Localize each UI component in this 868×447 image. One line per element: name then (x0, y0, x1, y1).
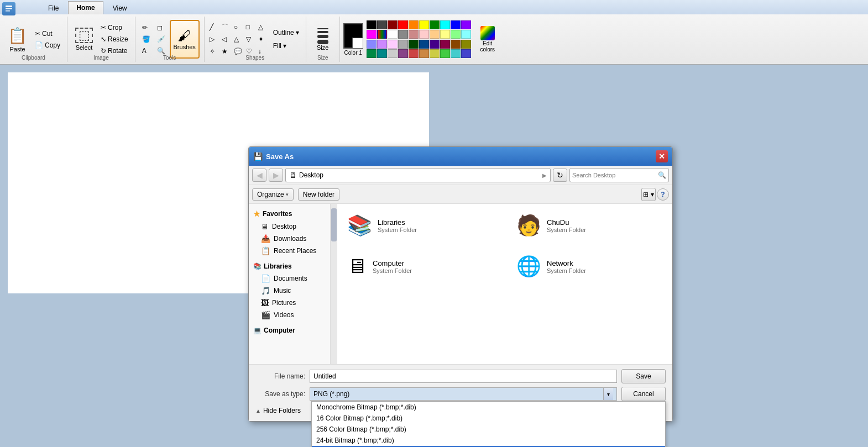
search-input[interactable] (572, 172, 658, 178)
edit-colors-button[interactable]: Edit colors (474, 25, 501, 54)
swatch-teal[interactable] (367, 49, 377, 58)
location-bar[interactable]: 🖥 Desktop ▶ (285, 168, 551, 182)
swatch-lightgreen[interactable] (451, 30, 461, 39)
folder-chudu[interactable]: 🧑 ChuDu System Folder (513, 211, 666, 240)
swatch-lightpurple[interactable] (388, 40, 398, 49)
swatch-navy[interactable] (419, 40, 429, 49)
refresh-button[interactable]: ↻ (553, 169, 567, 182)
picker-button[interactable]: 💉 (155, 34, 168, 45)
shape-curve[interactable]: ⌒ (221, 22, 232, 33)
swatch-lavender[interactable] (377, 40, 387, 49)
swatch-silver[interactable] (398, 40, 408, 49)
sidebar-item-desktop[interactable]: 🖥 Desktop (249, 220, 330, 233)
sidebar-item-music[interactable]: 🎵 Music (249, 285, 330, 297)
swatch-darkred[interactable] (388, 20, 398, 29)
save-button[interactable]: Save (621, 369, 666, 383)
fill-button[interactable]: Fill ▾ (271, 40, 301, 51)
swatch-lightgray[interactable] (388, 49, 398, 58)
libraries-header[interactable]: 📚 Libraries (249, 260, 330, 272)
paste-button[interactable]: 📋 Paste (4, 20, 30, 59)
crop-button[interactable]: ✂ Crop (98, 22, 130, 33)
swatch-lightcyan[interactable] (461, 30, 471, 39)
swatch-purple[interactable] (461, 20, 471, 29)
shape-tri[interactable]: △ (258, 22, 269, 33)
swatch-olive[interactable] (461, 40, 471, 49)
folder-libraries[interactable]: 📚 Libraries System Folder (344, 211, 496, 240)
shape-arrow-l[interactable]: ◁ (221, 34, 232, 45)
select-button[interactable]: ⬚ Select (72, 20, 96, 59)
type-16color[interactable]: 16 Color Bitmap (*.bmp;*.dib) (312, 413, 665, 424)
swatch-blue[interactable] (451, 20, 461, 29)
favorites-header[interactable]: ★ Favorites (249, 207, 330, 220)
type-24bit[interactable]: 24-bit Bitmap (*.bmp;*.dib) (312, 435, 665, 446)
swatch-lightpink[interactable] (419, 30, 429, 39)
swatch-yellow[interactable] (419, 20, 429, 29)
fill-tool-button[interactable]: 🪣 (140, 34, 153, 45)
sidebar-item-documents[interactable]: 📄 Documents (249, 272, 330, 285)
sidebar-item-pictures[interactable]: 🖼 Pictures (249, 297, 330, 309)
computer-header[interactable]: 💻 Computer (249, 324, 330, 336)
sidebar-item-videos[interactable]: 🎬 Videos (249, 309, 330, 321)
cancel-button[interactable]: Cancel (621, 387, 666, 401)
tab-home[interactable]: Home (68, 1, 103, 14)
tab-file[interactable]: File (40, 2, 67, 14)
sidebar-scrollbar[interactable] (331, 204, 337, 364)
paint-menu-button[interactable] (2, 2, 15, 15)
swatch-darkgreen[interactable] (409, 40, 419, 49)
shape-arrow-r[interactable]: ▷ (209, 34, 220, 45)
swatch-lime[interactable] (440, 49, 450, 58)
shape-oval[interactable]: ○ (233, 22, 244, 33)
folder-network[interactable]: 🌐 Network System Folder (513, 251, 666, 281)
swatch-magenta[interactable] (367, 30, 377, 39)
shape-arrow-d[interactable]: ▽ (245, 34, 257, 45)
brushes-button[interactable]: 🖌 Brushes (170, 20, 200, 59)
swatch-black[interactable] (367, 20, 377, 29)
type-256color[interactable]: 256 Color Bitmap (*.bmp;*.dib) (312, 424, 665, 435)
swatch-darkpurple[interactable] (398, 49, 408, 58)
swatch-brown[interactable] (451, 40, 461, 49)
shape-rect[interactable]: □ (245, 22, 257, 33)
swatch-periwinkle[interactable] (367, 40, 377, 49)
pencil-button[interactable]: ✏ (140, 22, 153, 33)
new-folder-button[interactable]: New folder (298, 188, 339, 201)
organize-button[interactable]: Organize ▾ (252, 188, 294, 201)
swatch-maroon[interactable] (440, 40, 450, 49)
swatch-indigo[interactable] (430, 40, 440, 49)
savetype-dropdown-list[interactable]: Monochrome Bitmap (*.bmp;*.dib) 16 Color… (311, 401, 666, 447)
swatch-lightyellow[interactable] (440, 30, 450, 39)
swatch-turquoise[interactable] (451, 49, 461, 58)
forward-button[interactable]: ▶ (269, 169, 283, 182)
shape-4arrow[interactable]: ✦ (258, 34, 269, 45)
swatch-white[interactable] (388, 30, 398, 39)
cut-button[interactable]: ✂ Cut (33, 28, 62, 39)
swatch-cyan[interactable] (440, 20, 450, 29)
swatch-medblue[interactable] (461, 49, 471, 58)
swatch-crimson[interactable] (409, 49, 419, 58)
swatch-peach[interactable] (430, 30, 440, 39)
sidebar-item-recent[interactable]: 📋 Recent Places (249, 245, 330, 257)
savetype-dropdown[interactable]: PNG (*.png) ▾ (310, 387, 617, 401)
type-monochrome[interactable]: Monochrome Bitmap (*.bmp;*.dib) (312, 402, 665, 413)
swatch-pink[interactable] (409, 30, 419, 39)
sidebar-item-downloads[interactable]: 📥 Downloads (249, 233, 330, 245)
swatch-darkgray[interactable] (377, 20, 387, 29)
resize-button[interactable]: ⤡ Resize (98, 34, 130, 45)
swatch-darkcyan[interactable] (377, 49, 387, 58)
dialog-close-button[interactable]: ✕ (656, 150, 668, 162)
shape-line[interactable]: ╱ (209, 22, 220, 33)
outline-button[interactable]: Outline ▾ (271, 27, 301, 38)
swatch-khaki[interactable] (430, 49, 440, 58)
tab-view[interactable]: View (104, 2, 135, 14)
swatch-orange[interactable] (409, 20, 419, 29)
shape-arrow-u[interactable]: △ (233, 34, 244, 45)
help-button[interactable]: ? (657, 188, 669, 201)
swatch-rainbow[interactable] (377, 30, 387, 39)
swatch-sienna[interactable] (419, 49, 429, 58)
folder-computer[interactable]: 🖥 Computer System Folder (344, 251, 496, 281)
eraser-button[interactable]: ◻ (155, 22, 168, 33)
color1-selector[interactable]: Color 1 (343, 23, 363, 56)
swatch-green[interactable] (430, 20, 440, 29)
copy-button[interactable]: 📄 Copy (33, 40, 62, 51)
swatch-red[interactable] (398, 20, 408, 29)
filename-input[interactable] (310, 370, 617, 383)
